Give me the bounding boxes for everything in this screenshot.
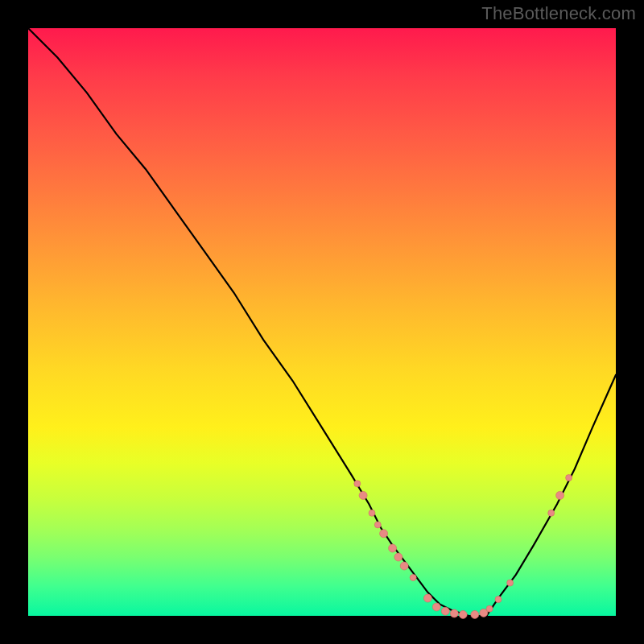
plot-area	[28, 28, 616, 616]
data-marker	[400, 562, 408, 570]
chart-frame: TheBottleneck.com	[0, 0, 644, 644]
data-marker	[369, 510, 375, 516]
data-marker	[374, 522, 381, 528]
data-marker	[432, 603, 440, 611]
data-marker	[495, 597, 502, 603]
data-marker	[486, 605, 493, 612]
watermark-label: TheBottleneck.com	[481, 3, 636, 24]
bottleneck-curve	[28, 28, 616, 616]
chart-svg	[28, 28, 616, 616]
data-marker	[359, 491, 367, 499]
data-marker	[548, 510, 555, 516]
data-marker	[556, 491, 564, 499]
data-marker	[389, 544, 397, 552]
data-marker	[394, 553, 402, 561]
data-marker	[423, 594, 431, 602]
data-marker	[380, 530, 388, 538]
data-marker	[410, 575, 416, 581]
data-marker	[354, 481, 361, 487]
data-marker	[566, 475, 572, 481]
data-marker	[459, 611, 467, 619]
data-marker	[441, 607, 449, 615]
data-marker	[507, 580, 514, 586]
data-marker	[450, 609, 458, 617]
data-markers-group	[354, 475, 572, 619]
data-marker	[471, 611, 479, 619]
